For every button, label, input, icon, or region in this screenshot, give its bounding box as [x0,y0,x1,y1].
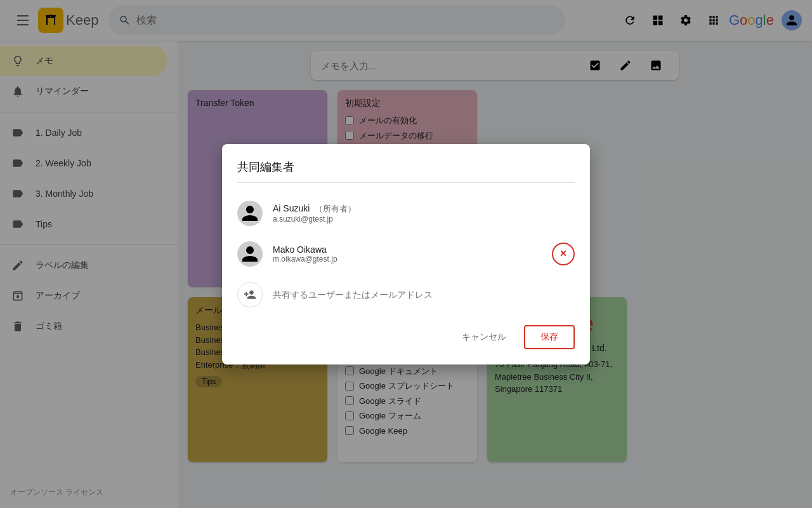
collaborators-dialog: 共同編集者 Ai Suzuki （所有者） a.suzuki@gtest.jp … [222,144,590,364]
add-collaborator-row [237,274,575,315]
collaborator-info-2: Mako Oikawa m.oikawa@gtest.jp [273,244,552,264]
collaborator-info-1: Ai Suzuki （所有者） a.suzuki@gtest.jp [273,203,575,224]
collaborator-name-2: Mako Oikawa [273,244,552,255]
dialog-actions: キャンセル 保存 [237,315,575,349]
collaborator-avatar-1 [237,201,263,226]
add-collaborator-input[interactable] [273,290,575,300]
add-person-icon [237,282,263,307]
save-button[interactable]: 保存 [524,325,575,349]
collaborator-name-1: Ai Suzuki （所有者） [273,203,575,215]
collaborator-row-1: Ai Suzuki （所有者） a.suzuki@gtest.jp [237,193,575,234]
collaborator-email-2: m.oikawa@gtest.jp [273,255,552,264]
dialog-title: 共同編集者 [237,159,575,183]
collaborator-row-2: Mako Oikawa m.oikawa@gtest.jp × [237,234,575,274]
cancel-button[interactable]: キャンセル [452,325,516,349]
remove-collaborator-button[interactable]: × [552,243,575,265]
collaborator-avatar-2 [237,241,263,267]
modal-overlay[interactable]: 共同編集者 Ai Suzuki （所有者） a.suzuki@gtest.jp … [0,0,812,508]
collaborator-email-1: a.suzuki@gtest.jp [273,215,575,224]
